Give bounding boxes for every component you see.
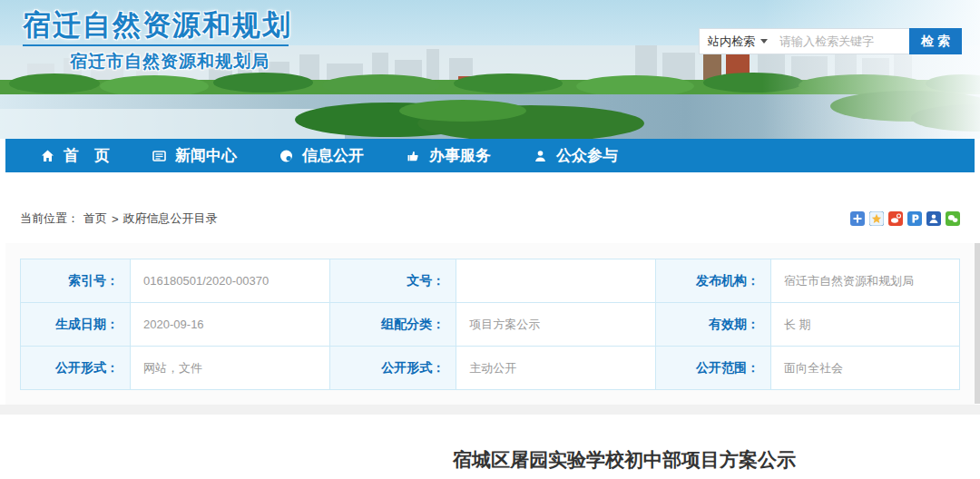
table-row: 生成日期： 2020-09-16 组配分类： 项目方案公示 有效期： 长 期 [21,303,960,347]
open-method-value: 主动公开 [456,347,655,390]
site-banner: 宿迁自然资源和规划 宿迁市自然资源和规划局 站内检索 检 索 [0,0,980,139]
open-scope-value: 面向全社会 [770,347,959,390]
share-bar [850,211,960,226]
validity-value: 长 期 [770,303,959,347]
index-number-label: 索引号： [21,259,131,303]
site-search-bar: 站内检索 检 索 [699,28,962,54]
section-divider [0,405,980,415]
nav-item-info-disclosure[interactable]: 信息公开 [279,145,364,166]
nav-item-label: 公众参与 [556,145,618,166]
open-method-label: 公开形式： [329,347,456,390]
nav-item-news[interactable]: 新闻中心 [152,145,237,166]
chevron-down-icon [760,39,768,44]
main-nav: 首 页 新闻中心 信息公开 办事服务 公众参与 [5,139,975,172]
open-form-label: 公开形式： [21,347,131,390]
home-icon [40,149,55,163]
article-section: 宿城区屠园实验学校初中部项目方案公示 [0,415,980,473]
favorite-star-icon[interactable] [869,211,884,226]
site-subtitle: 宿迁市自然资源和规划局 [70,50,292,73]
breadcrumb-home-link[interactable]: 首页 [83,210,107,227]
open-scope-label: 公开范围： [655,347,770,390]
thumb-up-icon [406,149,421,163]
person-icon [533,149,548,163]
breadcrumb-prefix: 当前位置： [20,210,79,227]
breadcrumb-separator: > [112,212,119,226]
scrollbar[interactable] [975,243,980,404]
nav-item-label: 信息公开 [302,145,364,166]
nav-item-label: 首 页 [64,145,110,166]
create-date-label: 生成日期： [21,303,131,347]
search-scope-label: 站内检索 [708,34,755,50]
publisher-value: 宿迁市自然资源和规划局 [770,259,959,303]
tencent-p-icon[interactable] [907,211,922,226]
weibo-icon[interactable] [888,211,903,226]
nav-item-label: 办事服务 [429,145,491,166]
create-date-value: 2020-09-16 [131,303,329,347]
title-underline [23,44,289,46]
category-label: 组配分类： [329,303,456,347]
publisher-label: 发布机构： [655,259,770,303]
site-title: 宿迁自然资源和规划 [23,10,292,41]
search-input[interactable] [776,29,909,54]
nav-item-services[interactable]: 办事服务 [406,145,491,166]
nav-item-home[interactable]: 首 页 [40,145,110,166]
document-meta-table: 索引号： 016180501/2020-00370 文号： 发布机构： 宿迁市自… [20,259,960,390]
info-table-panel: 索引号： 016180501/2020-00370 文号： 发布机构： 宿迁市自… [5,243,975,405]
wechat-icon[interactable] [946,211,960,226]
breadcrumb-row: 当前位置： 首页 > 政府信息公开目录 [20,210,960,228]
globe-icon [279,149,294,163]
nav-item-label: 新闻中心 [175,145,237,166]
table-row: 索引号： 016180501/2020-00370 文号： 发布机构： 宿迁市自… [21,259,960,303]
nav-item-public-participation[interactable]: 公众参与 [533,145,618,166]
doc-number-value [456,259,655,303]
article-title: 宿城区屠园实验学校初中部项目方案公示 [0,447,980,473]
open-form-value: 网站，文件 [131,347,329,390]
breadcrumb: 当前位置： 首页 > 政府信息公开目录 [20,210,218,227]
search-button[interactable]: 检 索 [909,28,962,54]
share-add-icon[interactable] [850,211,865,226]
table-row: 公开形式： 网站，文件 公开形式： 主动公开 公开范围： 面向全社会 [21,347,960,390]
category-value: 项目方案公示 [456,303,655,347]
renren-icon[interactable] [926,211,941,226]
banner-titles: 宿迁自然资源和规划 宿迁市自然资源和规划局 [23,10,292,73]
breadcrumb-current: 政府信息公开目录 [123,210,218,227]
validity-label: 有效期： [655,303,770,347]
search-scope-dropdown[interactable]: 站内检索 [700,29,776,54]
doc-number-label: 文号： [329,259,456,303]
news-icon [152,149,167,163]
index-number-value: 016180501/2020-00370 [131,259,329,303]
